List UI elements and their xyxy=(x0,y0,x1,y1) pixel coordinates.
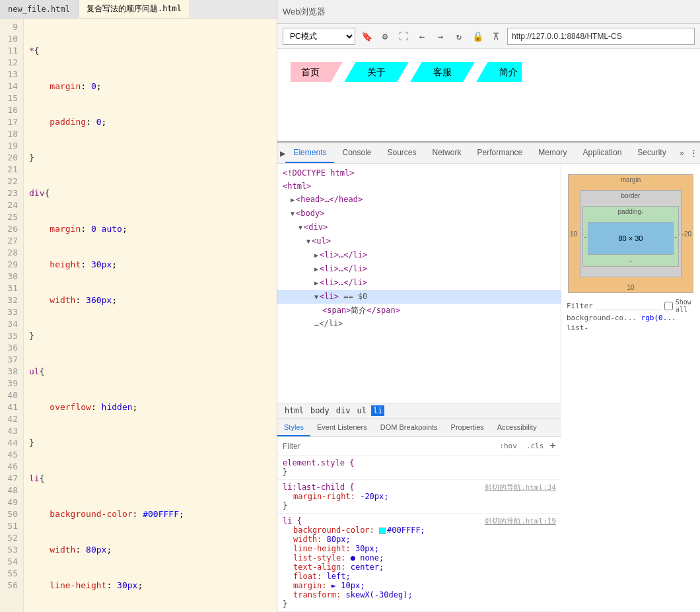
styles-tabs-bar: Styles Event Listeners DOM Breakpoints P… xyxy=(277,419,561,437)
styles-tab-dom-breakpoints[interactable]: DOM Breakpoints xyxy=(374,419,444,436)
box-prop-background: background-co... rgb(0... xyxy=(567,313,695,323)
tab-security[interactable]: Security xyxy=(629,143,674,163)
dom-li-4[interactable]: ▼<li> == $0 xyxy=(277,290,561,304)
settings-icon[interactable]: ⚙ xyxy=(378,29,392,44)
dom-doctype[interactable]: <!DOCTYPE html> xyxy=(277,166,561,180)
dom-li-3[interactable]: ▶<li>…</li> xyxy=(277,276,561,290)
screen-icon[interactable]: ⛶ xyxy=(396,29,411,44)
filter-bar: :hov .cls + xyxy=(277,437,561,456)
browser-toolbar: PC模式 🔖 ⚙ ⛶ ← → ↻ 🔒 ⊼ xyxy=(277,24,700,49)
dom-div[interactable]: ▼<div> xyxy=(277,221,561,234)
filter-add-btn[interactable]: + xyxy=(549,440,556,452)
dom-head[interactable]: ▶<head>…</head> xyxy=(277,193,561,207)
box-model-diagram: margin 10 -20 10 border - - padding- - xyxy=(568,174,693,293)
content-box: 80 × 30 xyxy=(588,222,674,255)
styles-tab-styles[interactable]: Styles xyxy=(277,419,310,436)
breadcrumb-li[interactable]: li xyxy=(371,405,384,416)
tab-network[interactable]: Network xyxy=(425,143,470,163)
line-numbers: 9 10 11 12 13 14 15 16 17 18 19 20 21 22… xyxy=(0,18,24,612)
nav-item-service[interactable]: 客服 xyxy=(410,62,474,82)
tab-performance[interactable]: Performance xyxy=(470,143,531,163)
devtools-body: <!DOCTYPE html> <html> ▶<head>…</head> ▼… xyxy=(277,164,700,612)
lock-icon[interactable]: 🔒 xyxy=(470,29,485,44)
breadcrumb-ul[interactable]: ul xyxy=(355,405,368,416)
editor-tab-new-file[interactable]: new_file.html xyxy=(0,0,79,18)
devtools-left: <!DOCTYPE html> <html> ▶<head>…</head> ▼… xyxy=(277,164,561,612)
content-size: 80 × 30 xyxy=(618,234,643,242)
grid-icon[interactable]: ⊼ xyxy=(489,29,503,44)
devtools-more-icon[interactable]: » xyxy=(674,149,689,158)
tab-console[interactable]: Console xyxy=(334,143,379,163)
code-editor: new_file.html 复合写法的顺序问题.html 9 10 11 12 … xyxy=(0,0,277,612)
browser-panel: Web浏览器 PC模式 🔖 ⚙ ⛶ ← → ↻ 🔒 ⊼ 首页 关于 客服 简介 … xyxy=(277,0,700,612)
styles-tab-event-listeners[interactable]: Event Listeners xyxy=(310,419,374,436)
devtools: ▶ Elements Console Sources Network Perfo… xyxy=(277,141,700,612)
styles-rule-last-child: li:last-child { 斜切的导航.html:34 margin-rig… xyxy=(277,480,561,514)
url-bar[interactable] xyxy=(507,28,695,45)
mode-select[interactable]: PC模式 xyxy=(283,28,355,45)
devtools-settings-icon[interactable]: ⋮ xyxy=(689,145,698,161)
dom-li-1[interactable]: ▶<li>…</li> xyxy=(277,248,561,262)
show-all-checkbox[interactable] xyxy=(664,302,673,310)
back-icon[interactable]: ← xyxy=(415,29,429,44)
dom-body[interactable]: ▼<body> xyxy=(277,207,561,221)
tab-memory[interactable]: Memory xyxy=(530,143,575,163)
margin-right-value: -20 xyxy=(682,230,691,238)
dom-li-2[interactable]: ▶<li>…</li> xyxy=(277,262,561,276)
box-model-filter: Filter Show all xyxy=(567,298,695,313)
dom-breadcrumb: html body div ul li xyxy=(277,403,561,419)
devtools-topbar: ▶ Elements Console Sources Network Perfo… xyxy=(277,143,700,164)
devtools-tabs: Elements Console Sources Network Perform… xyxy=(285,143,674,163)
editor-tab-main[interactable]: 复合写法的顺序问题.html xyxy=(79,0,190,18)
tab-application[interactable]: Application xyxy=(575,143,630,163)
dom-html[interactable]: <html> xyxy=(277,180,561,193)
dom-li-close[interactable]: …</li> xyxy=(277,317,561,330)
browser-topbar: Web浏览器 xyxy=(277,0,700,24)
tab-sources[interactable]: Sources xyxy=(380,143,425,163)
box-prop-list: list- xyxy=(567,323,695,333)
nav-item-homepage[interactable]: 首页 xyxy=(291,62,343,82)
code-lines: *{ margin: 0; padding: 0; } div{ margin:… xyxy=(24,18,277,612)
filter-cls-btn[interactable]: .cls xyxy=(523,440,547,452)
styles-rule-li: li { 斜切的导航.html:19 background-color: #00… xyxy=(277,514,561,612)
styles-rule-element: element.style { } xyxy=(277,456,561,480)
devtools-cursor-icon[interactable]: ▶ xyxy=(280,145,285,161)
refresh-icon[interactable]: ↻ xyxy=(452,29,466,44)
styles-filter-input[interactable] xyxy=(283,442,496,451)
dom-panel: <!DOCTYPE html> <html> ▶<head>…</head> ▼… xyxy=(277,164,561,403)
filter-hov-btn[interactable]: :hov xyxy=(496,440,520,452)
dom-span[interactable]: <span>简介</span> xyxy=(277,304,561,317)
editor-tabs: new_file.html 复合写法的顺序问题.html xyxy=(0,0,277,18)
breadcrumb-body[interactable]: body xyxy=(308,405,332,416)
styles-tab-accessibility[interactable]: Accessibility xyxy=(491,419,543,436)
breadcrumb-div[interactable]: div xyxy=(334,405,353,416)
tab-elements[interactable]: Elements xyxy=(285,143,334,163)
breadcrumb-html[interactable]: html xyxy=(283,405,306,416)
nav-list: 首页 关于 客服 简介 xyxy=(291,62,522,82)
bookmark-icon[interactable]: 🔖 xyxy=(359,29,374,44)
box-filter-input[interactable] xyxy=(596,302,662,310)
dom-ul[interactable]: ▼<ul> xyxy=(277,234,561,248)
styles-tab-properties[interactable]: Properties xyxy=(444,419,491,436)
browser-preview: 首页 关于 客服 简介 xyxy=(277,49,700,141)
box-model-panel: margin 10 -20 10 border - - padding- - xyxy=(561,164,700,612)
forward-icon[interactable]: → xyxy=(433,29,448,44)
code-area: 9 10 11 12 13 14 15 16 17 18 19 20 21 22… xyxy=(0,18,277,612)
nav-item-about[interactable]: 关于 xyxy=(344,62,408,82)
browser-label: Web浏览器 xyxy=(283,6,326,18)
nav-item-intro[interactable]: 简介 xyxy=(476,62,522,82)
